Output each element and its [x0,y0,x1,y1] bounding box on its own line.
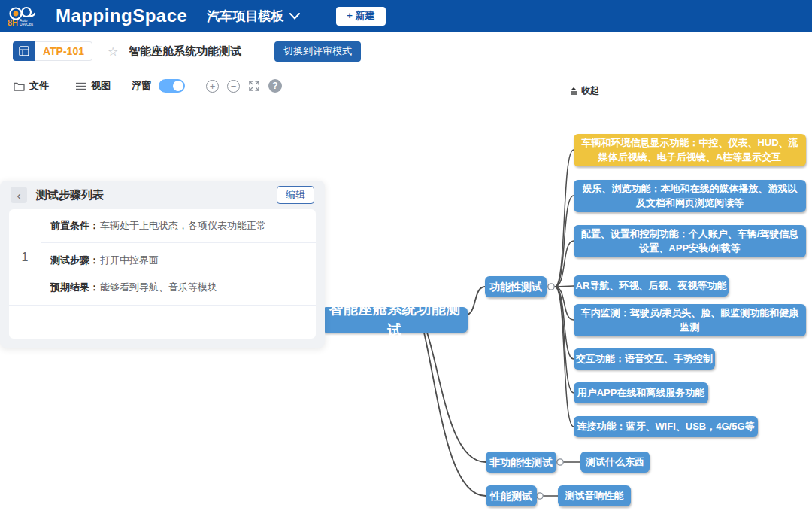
new-button[interactable]: + 新建 [336,7,385,26]
test-step-value: 打开中控界面 [100,254,159,267]
test-step-row: 测试步骤： 打开中控界面 [41,247,316,274]
mindmap-node-cabin-monitoring[interactable]: 车内监测：驾驶员/乘员头、脸、眼监测功能和健康监测 [574,304,806,336]
canvas-toolbar: 文件 视图 浮窗 + − ? [0,71,812,100]
collapse-all-button[interactable]: 收起 [569,84,599,97]
project-selector[interactable]: 汽车项目模板 [207,8,300,25]
file-menu[interactable]: 文件 [14,79,49,93]
mindmap-node-settings[interactable]: 配置、设置和控制功能：个人账户、车辆/驾驶信息设置、APP安装/卸载等 [574,225,806,257]
mindmap-node-entertainment[interactable]: 娱乐、浏览功能：本地和在线的媒体播放、游戏以及文档和网页浏览阅读等 [574,180,806,212]
test-step-label: 测试步骤： [50,254,100,267]
zoom-in-button[interactable]: + [206,80,219,93]
mindmap-root-node[interactable]: 智能座舱系统功能测试 [322,307,468,333]
test-steps-card: 1 前置条件： 车辆处于上电状态，各项仪表功能正常 测试步骤： 打开中控界面 预… [9,209,316,339]
panel-header: ‹ 测试步骤列表 编辑 [0,181,325,209]
zoom-out-button[interactable]: − [227,80,240,93]
expand-arrows-icon [248,80,260,92]
float-window-label: 浮窗 [132,79,151,93]
test-steps-table: 1 前置条件： 车辆处于上电状态，各项仪表功能正常 测试步骤： 打开中控界面 预… [9,209,316,306]
mindmap-node-connectivity[interactable]: 连接功能：蓝牙、WiFi、USB，4G/5G等 [574,416,758,437]
fit-screen-button[interactable] [248,80,260,92]
mindmap-node-display-functions[interactable]: 车辆和环境信息显示功能：中控、仪表、HUD、流媒体后视镜、电子后视镜、A柱等显示… [574,134,806,166]
mindmap-doc-icon [13,41,35,61]
mindmap-node-interaction[interactable]: 交互功能：语音交互、手势控制 [574,348,715,370]
collapse-icon [569,87,578,96]
float-window-toggle[interactable] [159,79,185,93]
precondition-label: 前置条件： [50,219,100,233]
logo-8h-label: 8H [8,19,18,27]
collapse-label: 收起 [581,84,599,97]
toggle-knob [173,81,183,91]
mindmap-node-ar-navigation[interactable]: AR导航、环视、后视、夜视等功能 [574,275,729,297]
back-button[interactable]: ‹ [11,187,27,203]
expected-result-label: 预期结果： [50,281,100,294]
doc-id-badge: ATP-101 [13,41,92,61]
logo-sub-label: AutoDevOps [20,19,33,27]
precondition-value: 车辆处于上电状态，各项仪表功能正常 [100,219,266,233]
mindmap-node-user-app[interactable]: 用户APP在线和离线服务功能 [574,382,708,403]
switch-review-mode-button[interactable]: 切换到评审模式 [274,41,361,62]
document-title: 智能座舱系统功能测试 [129,44,241,59]
document-title-bar: ATP-101 ☆ 智能座舱系统功能测试 切换到评审模式 [0,32,812,71]
precondition-row: 前置条件： 车辆处于上电状态，各项仪表功能正常 [41,209,316,243]
mindmap-branch-performance[interactable]: 性能测试 [486,485,537,506]
branch-handle-nonfunctional[interactable] [557,459,563,465]
mindmap-branch-nonfunctional[interactable]: 非功能性测试 [486,452,556,473]
step-number: 1 [9,209,41,305]
view-menu-label: 视图 [91,79,111,93]
expected-result-value: 能够看到导航、音乐等模块 [100,281,217,294]
app-logo: 8H AutoDevOps [8,5,47,27]
float-window-control: 浮窗 [132,79,185,93]
favorite-star-icon[interactable]: ☆ [108,44,118,59]
edit-button[interactable]: 编辑 [277,186,314,204]
expected-result-row: 预期结果： 能够看到导航、音乐等模块 [41,274,316,301]
view-menu[interactable]: 视图 [75,79,111,93]
panel-title: 测试步骤列表 [36,188,104,202]
branch-handle-functional[interactable] [548,284,554,290]
doc-id: ATP-101 [35,41,92,61]
mindmap-branch-functional[interactable]: 功能性测试 [485,276,547,297]
file-menu-label: 文件 [29,79,49,93]
brand-title: MappingSpace [56,5,187,26]
mindmap-node-audio-performance[interactable]: 测试音响性能 [558,485,631,506]
test-steps-panel: ‹ 测试步骤列表 编辑 1 前置条件： 车辆处于上电状态，各项仪表功能正常 测试… [0,181,325,348]
mindmap-node-test-what[interactable]: 测试什么东西 [580,452,650,473]
project-name: 汽车项目模板 [207,8,283,25]
top-app-bar: 8H AutoDevOps MappingSpace 汽车项目模板 + 新建 [0,0,812,32]
help-button[interactable]: ? [268,79,282,93]
chevron-down-icon [289,13,300,20]
branch-handle-performance[interactable] [537,493,543,499]
folder-icon [14,81,25,91]
list-view-icon [75,81,86,91]
